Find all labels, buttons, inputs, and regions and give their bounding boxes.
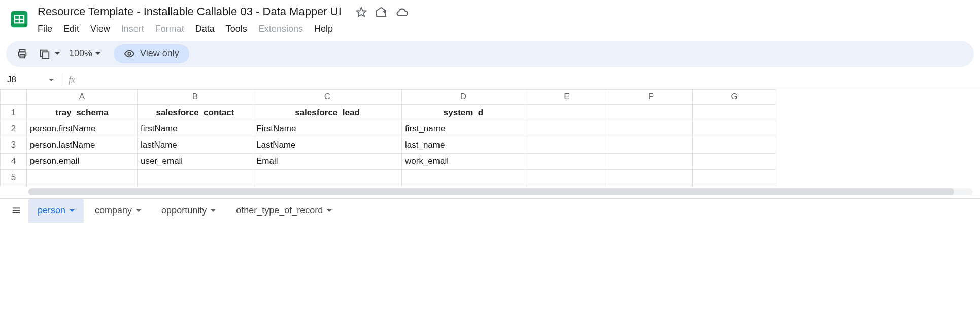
tab-caret-icon[interactable]	[70, 209, 75, 212]
cell[interactable]	[693, 137, 776, 153]
cell[interactable]	[609, 121, 693, 137]
col-header-d[interactable]: D	[402, 89, 525, 104]
table-row[interactable]: 2 person.firstName firstName FirstName f…	[1, 121, 776, 137]
cell[interactable]	[402, 169, 525, 186]
sheet-tab-label: opportunity	[161, 205, 207, 216]
cell[interactable]	[525, 104, 609, 121]
cell[interactable]: person.firstName	[27, 121, 138, 137]
menu-tools[interactable]: Tools	[221, 22, 252, 37]
cell[interactable]: work_email	[402, 153, 525, 169]
filter-views-button[interactable]	[37, 46, 53, 62]
cell[interactable]	[609, 169, 693, 186]
cell[interactable]	[693, 121, 776, 137]
view-only-pill[interactable]: View only	[114, 44, 189, 63]
menu-extensions: Extensions	[253, 22, 308, 37]
svg-rect-11	[42, 52, 49, 58]
print-button[interactable]	[14, 46, 30, 62]
cell[interactable]: firstName	[138, 121, 253, 137]
menu-file[interactable]: File	[32, 22, 57, 37]
cell[interactable]: LastName	[253, 137, 402, 153]
tab-caret-icon[interactable]	[327, 209, 332, 212]
spreadsheet-grid[interactable]: A B C D E F G 1 tray_schema salesforce_c…	[0, 89, 776, 186]
view-only-label: View only	[140, 48, 179, 59]
eye-icon	[124, 48, 135, 59]
cell[interactable]	[609, 137, 693, 153]
cell[interactable]	[525, 137, 609, 153]
menu-view[interactable]: View	[85, 22, 115, 37]
move-icon[interactable]	[375, 6, 387, 20]
cell[interactable]	[253, 169, 402, 186]
filter-views-caret-icon[interactable]	[55, 52, 60, 55]
cell[interactable]	[525, 153, 609, 169]
zoom-dropdown[interactable]: 100%	[66, 48, 104, 59]
star-icon[interactable]	[356, 7, 367, 20]
menu-help[interactable]: Help	[309, 22, 338, 37]
cell[interactable]: system_d	[402, 104, 525, 121]
cell[interactable]	[27, 169, 138, 186]
name-box[interactable]: J8	[0, 71, 61, 89]
cell[interactable]	[525, 169, 609, 186]
menu-edit[interactable]: Edit	[58, 22, 84, 37]
cell[interactable]: last_name	[402, 137, 525, 153]
cell[interactable]: salesforce_lead	[253, 104, 402, 121]
cell[interactable]: person.email	[27, 153, 138, 169]
row-header-3[interactable]: 3	[1, 137, 27, 153]
row-header-4[interactable]: 4	[1, 153, 27, 169]
document-title[interactable]: Resource Template - Installable Callable…	[36, 4, 344, 19]
cell[interactable]: FirstName	[253, 121, 402, 137]
row-header-1[interactable]: 1	[1, 104, 27, 121]
svg-marker-4	[357, 8, 366, 16]
sheet-tab-company[interactable]: company	[86, 199, 150, 223]
cell[interactable]: Email	[253, 153, 402, 169]
sheet-tab-strip: person company opportunity other_type_of…	[0, 198, 980, 223]
cell[interactable]	[693, 104, 776, 121]
col-header-a[interactable]: A	[27, 89, 138, 104]
cell[interactable]: lastName	[138, 137, 253, 153]
cell[interactable]	[138, 169, 253, 186]
col-header-c[interactable]: C	[253, 89, 402, 104]
tab-caret-icon[interactable]	[136, 209, 141, 212]
cell[interactable]	[609, 104, 693, 121]
menubar: File Edit View Insert Format Data Tools …	[32, 22, 972, 37]
formula-bar-fx-icon: fx	[61, 75, 82, 85]
row-header-2[interactable]: 2	[1, 121, 27, 137]
sheets-logo[interactable]	[8, 4, 30, 34]
scrollbar-thumb[interactable]	[28, 188, 954, 195]
table-row[interactable]: 1 tray_schema salesforce_contact salesfo…	[1, 104, 776, 121]
name-box-caret-icon	[49, 79, 54, 81]
table-row[interactable]: 5	[1, 169, 776, 186]
cloud-status-icon[interactable]	[395, 6, 409, 21]
menu-data[interactable]: Data	[190, 22, 220, 37]
col-header-g[interactable]: G	[693, 89, 776, 104]
sheet-tab-other-type-of-record[interactable]: other_type_of_record	[227, 199, 341, 223]
cell[interactable]: user_email	[138, 153, 253, 169]
zoom-caret-icon	[95, 52, 100, 55]
sheet-tab-label: company	[95, 205, 132, 216]
tab-caret-icon[interactable]	[211, 209, 216, 212]
col-header-e[interactable]: E	[525, 89, 609, 104]
menu-format: Format	[150, 22, 189, 37]
row-header-5[interactable]: 5	[1, 169, 27, 186]
cell[interactable]: salesforce_contact	[138, 104, 253, 121]
cell[interactable]	[693, 169, 776, 186]
cell[interactable]: tray_schema	[27, 104, 138, 121]
svg-point-12	[128, 52, 131, 55]
sheet-tab-opportunity[interactable]: opportunity	[152, 199, 225, 223]
cell[interactable]: person.lastName	[27, 137, 138, 153]
cell[interactable]	[525, 121, 609, 137]
cell[interactable]: first_name	[402, 121, 525, 137]
sheet-tab-label: other_type_of_record	[236, 205, 323, 216]
col-header-b[interactable]: B	[138, 89, 253, 104]
select-all-corner[interactable]	[1, 89, 27, 104]
col-header-f[interactable]: F	[609, 89, 693, 104]
all-sheets-button[interactable]	[6, 200, 26, 221]
table-row[interactable]: 3 person.lastName lastName LastName last…	[1, 137, 776, 153]
sheet-tab-person[interactable]: person	[28, 199, 84, 223]
table-row[interactable]: 4 person.email user_email Email work_ema…	[1, 153, 776, 169]
cell[interactable]	[693, 153, 776, 169]
cell[interactable]	[609, 153, 693, 169]
toolbar: 100% View only	[6, 41, 974, 67]
sheet-tab-label: person	[38, 205, 65, 216]
horizontal-scrollbar[interactable]	[28, 188, 973, 195]
zoom-value: 100%	[69, 48, 92, 59]
